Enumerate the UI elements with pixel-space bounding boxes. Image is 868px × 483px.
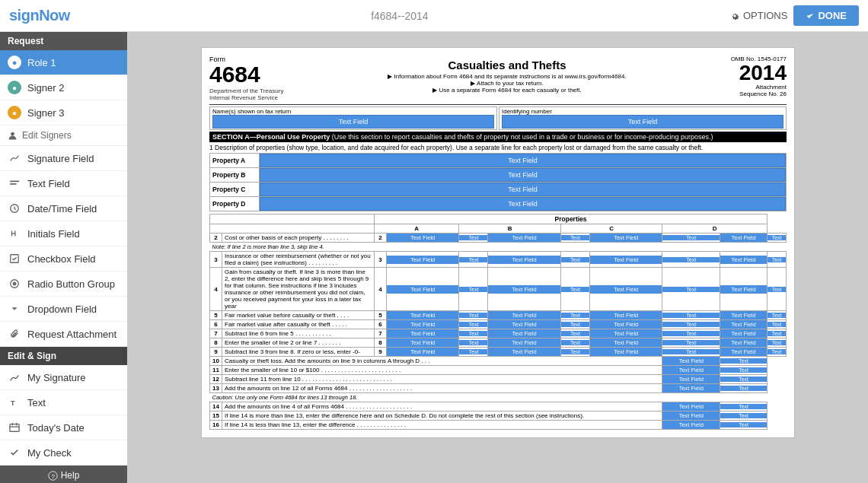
prop-c-field[interactable]: Text Field [260,183,786,196]
sidebar-item-checkbox-field[interactable]: Checkbox Field [0,246,127,272]
tf-8-ds[interactable]: Text [767,340,786,345]
tf-9-ds[interactable]: Text [767,349,786,354]
tf-6-a[interactable]: Text Field [387,320,458,329]
sidebar-item-signature-field[interactable]: Signature Field [0,146,127,171]
tf-6-c[interactable]: Text Field [590,320,662,329]
tf-7-ds[interactable]: Text [767,331,786,336]
tf-2-as[interactable]: Text [459,235,487,240]
tf-8-bs[interactable]: Text [561,340,589,345]
options-button[interactable]: OPTIONS [729,10,788,21]
tf-4-a[interactable]: Text Field [387,285,458,294]
tf-7-d[interactable]: Text Field [720,329,767,338]
tf-8-as[interactable]: Text [459,340,487,345]
tf-2-ds[interactable]: Text [767,235,786,240]
tf-9-a[interactable]: Text Field [387,348,458,356]
tf-7-a[interactable]: Text Field [387,329,458,338]
tf-5-b[interactable]: Text Field [488,311,560,319]
tf-3-as[interactable]: Text [459,257,487,262]
tf-13-sm[interactable]: Text [720,386,767,391]
sidebar-item-text[interactable]: T Text [0,390,127,415]
tf-7-bs[interactable]: Text [561,331,589,336]
tf-9-cs[interactable]: Text [662,349,720,354]
tf-6-cs[interactable]: Text [662,322,720,327]
tf-3-b[interactable]: Text Field [488,256,560,264]
sidebar-item-radio-button-group[interactable]: Radio Button Group [0,272,127,297]
tf-3-a[interactable]: Text Field [387,256,458,264]
tf-7-cs[interactable]: Text [662,331,720,336]
tf-14-sm[interactable]: Text [720,404,767,409]
tf-2-a[interactable]: Text Field [387,234,458,242]
sidebar-item-my-check[interactable]: My Check [0,440,127,466]
tf-2-c[interactable]: Text Field [590,234,662,242]
tf-9-bs[interactable]: Text [561,349,589,354]
sidebar-item-signer2[interactable]: ● Signer 2 [0,75,127,100]
tf-13-main[interactable]: Text Field [662,384,720,392]
tf-7-c[interactable]: Text Field [590,329,662,338]
tf-4-c[interactable]: Text Field [590,285,662,294]
tf-9-d[interactable]: Text Field [720,348,767,356]
tf-3-ds[interactable]: Text [767,257,786,262]
tf-14-main[interactable]: Text Field [662,402,720,411]
tf-8-c[interactable]: Text Field [590,338,662,347]
tf-6-as[interactable]: Text [459,322,487,327]
tf-8-a[interactable]: Text Field [387,338,458,347]
tf-7-as[interactable]: Text [459,331,487,336]
tf-12-main[interactable]: Text Field [662,375,720,383]
tf-8-b[interactable]: Text Field [488,338,560,347]
sidebar-item-my-signature[interactable]: My Signature [0,365,127,390]
prop-d-field[interactable]: Text Field [260,197,786,211]
tf-6-b[interactable]: Text Field [488,320,560,329]
sidebar-item-request-attachment[interactable]: Request Attachment [0,322,127,347]
tf-2-cs[interactable]: Text [662,235,720,240]
tf-11-sm[interactable]: Text [720,367,767,373]
sidebar-item-todays-date[interactable]: Today's Date [0,415,127,440]
tf-8-cs[interactable]: Text [662,340,720,345]
tf-4-bs[interactable]: Text [561,287,589,292]
id-text-field[interactable]: Text Field [502,115,783,129]
tf-5-c[interactable]: Text Field [590,311,662,319]
tf-3-d[interactable]: Text Field [720,256,767,264]
prop-a-field[interactable]: Text Field [260,154,786,167]
tf-16-main[interactable]: Text Field [662,421,720,429]
tf-12-sm[interactable]: Text [720,377,767,382]
tf-9-c[interactable]: Text Field [590,348,662,356]
tf-3-bs[interactable]: Text [561,257,589,262]
tf-2-bs[interactable]: Text [561,235,589,240]
sidebar-item-initials-field[interactable]: Initials Field [0,221,127,246]
tf-2-b[interactable]: Text Field [488,234,560,242]
sidebar-item-role1[interactable]: ● Role 1 [0,50,127,75]
tf-6-ds[interactable]: Text [767,322,786,327]
tf-8-d[interactable]: Text Field [720,338,767,347]
tf-3-c[interactable]: Text Field [590,256,662,264]
name-text-field[interactable]: Text Field [212,115,494,129]
tf-15-main[interactable]: Text Field [662,412,720,420]
tf-16-sm[interactable]: Text [720,422,767,427]
tf-2-d[interactable]: Text Field [720,234,767,242]
tf-7-b[interactable]: Text Field [488,329,560,338]
tf-15-sm[interactable]: Text [720,413,767,418]
tf-6-bs[interactable]: Text [561,322,589,327]
sidebar-item-text-field[interactable]: Text Field [0,171,127,196]
tf-4-ds[interactable]: Text [767,287,786,292]
sidebar-item-dropdown-field[interactable]: Dropdown Field [0,297,127,322]
tf-5-a[interactable]: Text Field [387,311,458,319]
tf-10-main[interactable]: Text Field [662,357,720,365]
tf-5-as[interactable]: Text [459,313,487,318]
tf-4-d[interactable]: Text Field [720,285,767,294]
edit-signers[interactable]: Edit Signers [0,126,127,146]
tf-5-d[interactable]: Text Field [720,311,767,319]
tf-6-d[interactable]: Text Field [720,320,767,329]
tf-9-as[interactable]: Text [459,349,487,354]
tf-4-as[interactable]: Text [459,287,487,292]
sidebar-item-signer3[interactable]: ● Signer 3 [0,100,127,126]
tf-11-main[interactable]: Text Field [662,366,720,374]
tf-10-sm[interactable]: Text [720,358,767,364]
tf-9-b[interactable]: Text Field [488,348,560,356]
tf-4-b[interactable]: Text Field [488,285,560,294]
prop-b-field[interactable]: Text Field [260,168,786,182]
tf-4-cs[interactable]: Text [662,287,720,292]
tf-5-ds[interactable]: Text [767,313,786,318]
help-button[interactable]: ? Help [0,466,127,483]
sidebar-item-datetime-field[interactable]: Date/Time Field [0,196,127,221]
tf-5-bs[interactable]: Text [561,313,589,318]
